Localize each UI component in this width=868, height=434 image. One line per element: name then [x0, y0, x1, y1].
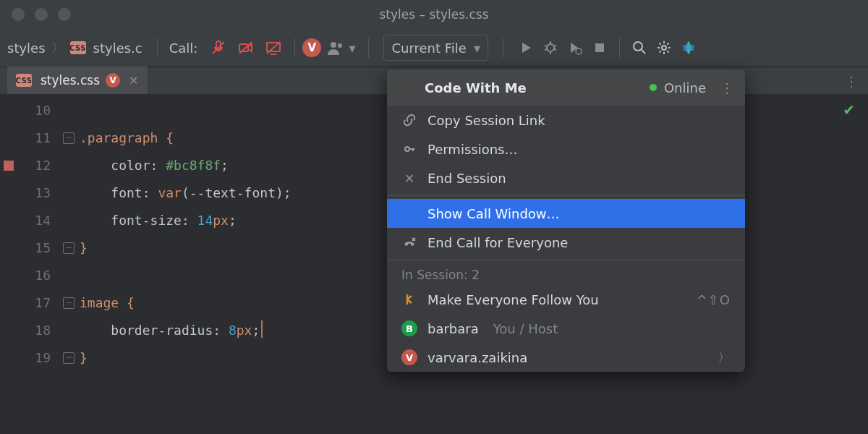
svg-point-20 [405, 147, 409, 151]
css-file-icon: CSS [70, 41, 86, 54]
svg-point-8 [547, 44, 554, 51]
stop-button[interactable] [587, 35, 612, 60]
end-call-everyone[interactable]: End Call for Everyone [387, 228, 745, 257]
chevron-down-icon: ▾ [349, 41, 355, 56]
svg-line-11 [545, 46, 547, 46]
toolbar-separator [503, 38, 503, 58]
call-label: Call: [169, 41, 198, 56]
popup-header: Code With Me Online ⋮ [387, 69, 745, 106]
popup-separator [387, 195, 745, 196]
tab-filename: styles.css [41, 73, 100, 88]
show-call-window[interactable]: Show Call Window… [387, 199, 745, 228]
main-toolbar: styles 〉 CSS styles.c Call: V ▾ Current … [0, 29, 868, 67]
svg-line-18 [642, 50, 645, 54]
fold-toggle-icon[interactable]: − [63, 297, 75, 309]
svg-point-17 [634, 42, 642, 51]
chevron-right-icon: 〉 [50, 39, 66, 56]
svg-point-15 [576, 48, 582, 54]
toolbar-separator [294, 38, 295, 58]
participant-avatar-v[interactable]: V [302, 38, 321, 57]
close-window-icon[interactable] [12, 8, 25, 21]
svg-line-13 [545, 49, 547, 50]
end-session[interactable]: ✕ End Session [387, 163, 745, 192]
copy-session-link[interactable]: Copy Session Link [387, 106, 745, 135]
tab-participant-avatar: V [106, 73, 120, 88]
follow-icon [401, 293, 417, 306]
traffic-lights [0, 8, 71, 21]
fold-close-icon[interactable]: − [63, 352, 75, 364]
close-tab-icon[interactable]: ✕ [129, 74, 138, 88]
hangup-icon [401, 235, 417, 250]
svg-line-12 [554, 46, 556, 46]
toolbar-separator [157, 38, 158, 58]
no-problems-icon[interactable]: ✔ [843, 101, 855, 119]
settings-button[interactable] [652, 35, 676, 60]
screen-share-off-icon[interactable] [264, 38, 283, 57]
online-dot-icon [650, 84, 657, 91]
line-numbers: 10 11 12 13 14 15 16 17 18 19 [17, 94, 61, 434]
avatar-v: V [401, 349, 417, 365]
chevron-down-icon: ▾ [474, 41, 480, 56]
code-with-me-popup: Code With Me Online ⋮ Copy Session Link … [387, 69, 745, 372]
breadcrumb-root: styles [7, 41, 46, 56]
role-label: You / Host [493, 321, 558, 336]
participant-barbara[interactable]: B barbara You / Host [387, 314, 745, 343]
window-title: styles – styles.css [379, 7, 488, 22]
minimize-window-icon[interactable] [35, 8, 48, 21]
make-everyone-follow[interactable]: Make Everyone Follow You ^⇧O [387, 285, 745, 314]
popup-options-icon[interactable]: ⋮ [720, 80, 733, 95]
run-with-coverage-button[interactable] [563, 35, 587, 60]
code-with-me-icon[interactable] [676, 35, 701, 60]
avatar-b: B [401, 320, 417, 336]
svg-point-7 [338, 43, 342, 48]
close-icon: ✕ [401, 171, 417, 186]
participant-varvara[interactable]: V varvara.zaikina 〉 [387, 343, 745, 372]
session-heading: In Session: 2 [387, 263, 745, 285]
chevron-right-icon: 〉 [718, 349, 731, 366]
popup-title: Code With Me [399, 80, 650, 95]
svg-line-14 [554, 49, 556, 50]
tab-styles-css[interactable]: CSS styles.css V ✕ [7, 67, 148, 95]
run-button[interactable] [514, 35, 538, 60]
connection-status: Online [650, 80, 706, 95]
camera-off-icon[interactable] [237, 38, 255, 57]
breadcrumb-file: styles.c [93, 41, 142, 56]
permissions[interactable]: Permissions… [387, 135, 745, 163]
run-config-dropdown[interactable]: Current File ▾ [383, 35, 488, 61]
toolbar-separator [368, 38, 369, 58]
link-icon [401, 114, 417, 127]
other-cursor-icon [261, 320, 263, 338]
fold-close-icon[interactable]: − [63, 242, 75, 254]
key-icon [401, 142, 417, 156]
search-button[interactable] [627, 35, 652, 60]
svg-rect-16 [595, 43, 604, 52]
color-swatch-icon[interactable] [4, 161, 14, 171]
breadcrumb[interactable]: styles 〉 CSS styles.c [0, 39, 150, 56]
zoom-window-icon[interactable] [58, 8, 71, 21]
popup-separator [387, 260, 745, 260]
people-dropdown[interactable]: ▾ [327, 41, 355, 56]
debug-button[interactable] [538, 35, 563, 60]
css-file-icon: CSS [16, 74, 32, 87]
svg-point-6 [331, 42, 336, 48]
toolbar-separator [619, 38, 620, 58]
tab-options-icon[interactable]: ⋮ [845, 74, 858, 89]
run-config-label: Current File [391, 41, 466, 56]
window-titlebar: styles – styles.css [0, 0, 868, 29]
shortcut-label: ^⇧O [697, 292, 731, 307]
mic-muted-icon[interactable] [209, 38, 228, 57]
fold-gutter: − − − − [61, 94, 77, 434]
fold-toggle-icon[interactable]: − [63, 132, 75, 144]
svg-point-19 [662, 46, 666, 50]
marker-gutter [0, 94, 17, 434]
